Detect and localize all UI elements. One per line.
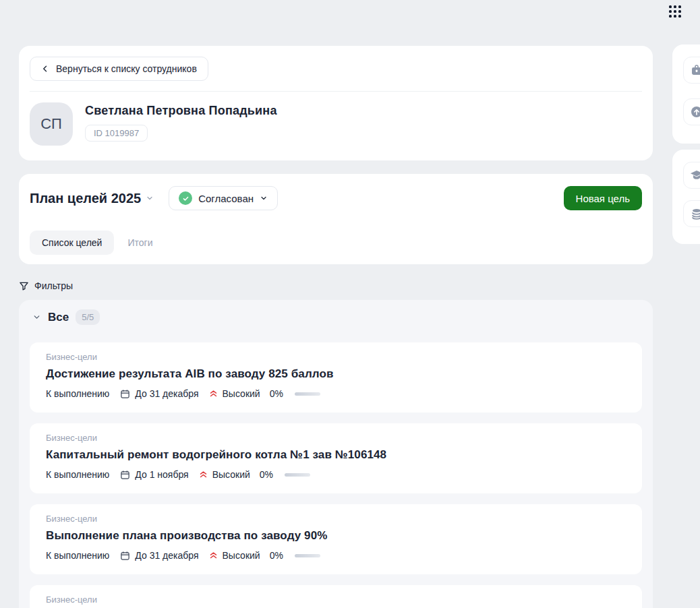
- priority-high-icon: [199, 470, 208, 479]
- goal-progress-value: 0%: [270, 388, 283, 399]
- goal-title: Достижение результата AIB по заводу 825 …: [46, 367, 626, 381]
- goal-category: Бизнес-цели: [46, 514, 626, 524]
- goal-deadline: До 31 декабря: [135, 388, 198, 399]
- goal-card[interactable]: Бизнес-цели Достижение результата AIB по…: [30, 342, 642, 413]
- back-to-employees-button[interactable]: Вернуться к списку сотрудников: [30, 57, 208, 81]
- side-toolbar-bottom: [672, 150, 700, 244]
- coins-button[interactable]: [683, 200, 700, 227]
- goal-status: К выполнению: [46, 388, 109, 399]
- priority-high-icon: [209, 551, 218, 560]
- goal-progress-value: 0%: [270, 550, 283, 561]
- goal-status: К выполнению: [46, 550, 109, 561]
- goal-title: Капитальный ремонт водогрейного котла №1…: [46, 448, 626, 462]
- goal-status: К выполнению: [46, 469, 109, 480]
- back-button-label: Вернуться к списку сотрудников: [56, 63, 197, 74]
- check-circle-icon: [179, 191, 192, 205]
- avatar: СП: [30, 102, 73, 146]
- app-launcher-grid-icon[interactable]: [669, 5, 681, 18]
- goals-section: Все 5/5 Бизнес-цели Достижение результат…: [19, 300, 653, 608]
- filters-toggle[interactable]: Фильтры: [19, 280, 73, 291]
- goals-group-toggle[interactable]: Все 5/5: [32, 309, 100, 325]
- goal-deadline: До 31 декабря: [135, 550, 198, 561]
- goal-category: Бизнес-цели: [46, 352, 626, 362]
- side-toolbar-top: [672, 44, 700, 144]
- plan-tabs: Список целей Итоги: [30, 231, 642, 255]
- tab-goal-list[interactable]: Список целей: [30, 231, 114, 255]
- plan-title-label: План целей 2025: [30, 191, 141, 206]
- employee-id-badge: ID 1019987: [85, 125, 148, 142]
- chevron-down-icon: [260, 194, 268, 202]
- goals-group-label: Все: [48, 311, 69, 324]
- header-divider: [30, 91, 642, 92]
- briefcase-icon: [690, 63, 700, 77]
- employee-name: Светлана Петровна Попадьина: [85, 104, 277, 118]
- chevron-left-icon: [41, 65, 49, 73]
- plan-status-dropdown[interactable]: Согласован: [169, 186, 278, 210]
- arrow-up-circle-icon: [690, 105, 700, 119]
- calendar-icon: [120, 551, 130, 561]
- tab-results[interactable]: Итоги: [119, 231, 161, 255]
- priority-high-icon: [209, 389, 218, 398]
- new-goal-button[interactable]: Новая цель: [564, 186, 642, 210]
- goal-priority: Высокий: [223, 550, 260, 561]
- briefcase-button[interactable]: [683, 57, 700, 84]
- filters-label: Фильтры: [34, 280, 73, 291]
- goal-category: Бизнес-цели: [46, 433, 626, 443]
- arrow-up-circle-button[interactable]: [683, 98, 700, 125]
- plan-title-dropdown[interactable]: План целей 2025: [30, 191, 154, 206]
- funnel-icon: [19, 281, 29, 291]
- goal-progress-value: 0%: [260, 469, 273, 480]
- goal-card[interactable]: Бизнес-цели: [30, 585, 642, 608]
- goal-card[interactable]: Бизнес-цели Капитальный ремонт водогрейн…: [30, 423, 642, 493]
- goals-count-badge: 5/5: [76, 309, 100, 325]
- goal-plan-card: План целей 2025 Согласован Новая цель Сп…: [19, 174, 653, 264]
- goal-priority: Высокий: [212, 469, 250, 480]
- goal-progress-bar: [295, 554, 320, 557]
- goal-card[interactable]: Бизнес-цели Выполнение плана производств…: [30, 504, 642, 574]
- calendar-icon: [120, 470, 130, 480]
- calendar-icon: [120, 389, 130, 399]
- employee-profile: СП Светлана Петровна Попадьина ID 101998…: [30, 102, 642, 146]
- goal-progress-bar: [285, 473, 310, 477]
- chevron-down-icon: [146, 194, 154, 202]
- employee-goals-page: { "header": { "back_label": "Вернуться к…: [0, 0, 700, 608]
- goal-title: Выполнение плана производства по заводу …: [46, 529, 626, 543]
- employee-header-card: Вернуться к списку сотрудников СП Светла…: [19, 46, 653, 160]
- goal-priority: Высокий: [223, 388, 260, 399]
- graduation-cap-icon: [690, 169, 700, 182]
- graduation-cap-button[interactable]: [683, 162, 700, 189]
- goal-deadline: До 1 ноября: [135, 469, 188, 480]
- goal-category: Бизнес-цели: [46, 595, 626, 605]
- goal-progress-bar: [295, 392, 320, 396]
- chevron-down-icon: [32, 313, 41, 322]
- plan-status-label: Согласован: [198, 193, 254, 204]
- coins-icon: [690, 207, 700, 220]
